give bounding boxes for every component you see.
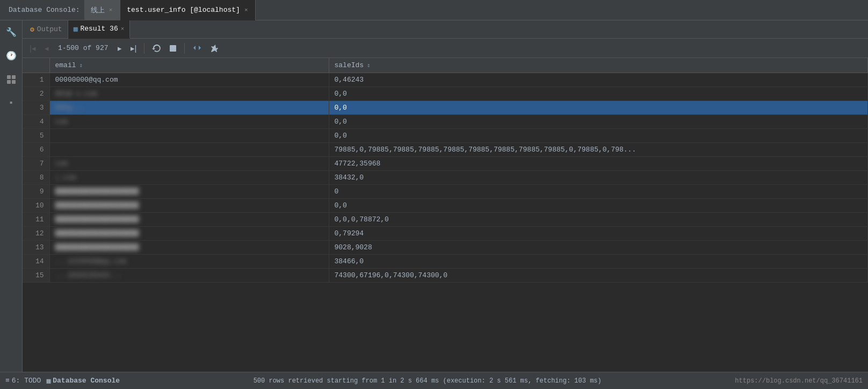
refresh-button[interactable] <box>149 42 163 54</box>
tab-xiangshang-label: 线上 <box>91 5 105 15</box>
status-url: https://blog.csdn.net/qq_36741161 <box>735 377 863 385</box>
result-table-icon: ▦ <box>74 25 78 33</box>
email-cell: ████████████████████ <box>49 213 329 227</box>
pagination-info: 1-500 of 927 <box>55 44 112 52</box>
db-console-label: Database Console <box>53 377 120 385</box>
saleids-cell: 0,0 <box>329 101 868 115</box>
email-cell: ████████████████████ <box>49 185 329 199</box>
output-icon: ⚙ <box>30 25 34 34</box>
db-console-button[interactable]: ▦ Database Console <box>46 377 120 385</box>
row-number: 2 <box>23 87 49 101</box>
row-number: 7 <box>23 157 49 171</box>
saleids-cell: 0,0 <box>329 199 868 213</box>
tab-user-info-label: test.user_info [@localhost] <box>127 6 240 14</box>
row-number: 11 <box>23 213 49 227</box>
table-area[interactable]: email ⇕ saleIds ⇕ 100000000@qq. <box>23 58 868 372</box>
tab-output[interactable]: ⚙ Output <box>25 20 68 39</box>
todo-button[interactable]: ≡ 6: TODO <box>5 377 41 385</box>
main-panel: ⚙ Output ▦ Result 36 × |◂ ◂ 1-500 of 927… <box>23 20 868 372</box>
saleids-cell: 9028,9028 <box>329 241 868 255</box>
table-row[interactable]: 13████████████████████9028,9028 <box>23 241 868 255</box>
layout-icon[interactable] <box>4 72 19 87</box>
email-cell: 001@ s.com <box>49 87 329 101</box>
email-cell: ...1234566@qq.com <box>49 255 329 269</box>
last-page-button[interactable]: ▸| <box>128 42 140 55</box>
tab-static-label: Database Console: <box>4 6 84 14</box>
clock-icon[interactable]: 🕐 <box>4 48 19 63</box>
todo-label: 6: TODO <box>12 377 41 385</box>
table-row[interactable]: 100000000@qq.com0,46243 <box>23 73 868 87</box>
compare-button[interactable] <box>190 42 205 54</box>
email-cell <box>49 143 329 157</box>
saleids-cell: 0,46243 <box>329 73 868 87</box>
prev-page-button[interactable]: ◂ <box>42 42 52 55</box>
table-row[interactable]: 2001@ s.com0,0 <box>23 87 868 101</box>
table-row[interactable]: 12████████████████████0,79294 <box>23 227 868 241</box>
email-column-header[interactable]: email ⇕ <box>49 58 329 73</box>
next-page-button[interactable]: ▸ <box>115 42 125 55</box>
row-number: 4 <box>23 115 49 129</box>
saleids-column-header[interactable]: saleIds ⇕ <box>329 58 868 73</box>
table-row[interactable]: 9████████████████████0 <box>23 185 868 199</box>
email-cell: |.com <box>49 171 329 185</box>
row-number: 8 <box>23 171 49 185</box>
table-row[interactable]: 15...1043235443...74300,67196,0,74300,74… <box>23 269 868 283</box>
first-page-button[interactable]: |◂ <box>27 42 39 55</box>
tab-xiangshang[interactable]: 线上 × <box>84 0 121 20</box>
pin-button[interactable] <box>208 42 221 54</box>
saleids-cell: 38466,0 <box>329 255 868 269</box>
tab-user-info-close[interactable]: × <box>243 6 249 15</box>
svg-rect-2 <box>7 80 11 84</box>
tab-result[interactable]: ▦ Result 36 × <box>68 20 131 39</box>
saleids-cell: 0,0,0,78872,0 <box>329 213 868 227</box>
list-icon: ≡ <box>5 377 10 385</box>
email-cell: 00000000@qq.com <box>49 73 329 87</box>
sub-tab-bar: ⚙ Output ▦ Result 36 × <box>23 20 868 39</box>
email-cell <box>49 129 329 143</box>
row-number: 9 <box>23 185 49 199</box>
saleids-cell: 0 <box>329 185 868 199</box>
db-icon: ▦ <box>46 377 50 385</box>
saleids-cell: 47722,35968 <box>329 157 868 171</box>
svg-rect-1 <box>12 75 16 79</box>
row-number: 3 <box>23 101 49 115</box>
tab-user-info[interactable]: test.user_info [@localhost] × <box>120 0 256 20</box>
toolbar: |◂ ◂ 1-500 of 927 ▸ ▸| <box>23 39 868 58</box>
content-area: 🔧 🕐 ▪ ⚙ Output ▦ Result 36 × <box>0 20 868 372</box>
row-number: 13 <box>23 241 49 255</box>
table-row[interactable]: 3000g...0,0 <box>23 101 868 115</box>
wrench-icon[interactable]: 🔧 <box>4 25 19 40</box>
saleids-cell: 79885,0,79885,79885,79885,79885,79885,79… <box>329 143 868 157</box>
table-row[interactable]: 7 com47722,35968 <box>23 157 868 171</box>
stop-button[interactable] <box>167 43 179 54</box>
saleids-cell: 0,79294 <box>329 227 868 241</box>
svg-rect-3 <box>12 80 16 84</box>
table-row[interactable]: 11████████████████████0,0,0,78872,0 <box>23 213 868 227</box>
table-row[interactable]: 10████████████████████0,0 <box>23 199 868 213</box>
tab-xiangshang-close[interactable]: × <box>108 6 114 15</box>
saleids-cell: 0,0 <box>329 129 868 143</box>
result-label: Result 36 <box>80 25 118 33</box>
tab-bar: Database Console: 线上 × test.user_info [@… <box>0 0 868 20</box>
svg-rect-4 <box>170 45 176 52</box>
email-cell: ████████████████████ <box>49 227 329 241</box>
email-sort-icon: ⇕ <box>79 62 83 69</box>
row-number: 10 <box>23 199 49 213</box>
email-cell: ████████████████████ <box>49 199 329 213</box>
email-cell: com <box>49 115 329 129</box>
saleids-cell: 0,0 <box>329 87 868 101</box>
table-row[interactable]: 5 0,0 <box>23 129 868 143</box>
table-row[interactable]: 4 com0,0 <box>23 115 868 129</box>
square-icon[interactable]: ▪ <box>4 96 19 111</box>
email-cell: 000g... <box>49 101 329 115</box>
status-left: ≡ 6: TODO ▦ Database Console <box>5 377 120 385</box>
saleids-sort-icon: ⇕ <box>367 62 371 69</box>
table-row[interactable]: 6 79885,0,79885,79885,79885,79885,79885,… <box>23 143 868 157</box>
result-close[interactable]: × <box>121 26 125 32</box>
email-cell: ...1043235443... <box>49 269 329 283</box>
svg-rect-0 <box>7 75 11 79</box>
table-row[interactable]: 14...1234566@qq.com38466,0 <box>23 255 868 269</box>
table-row[interactable]: 8 |.com38432,0 <box>23 171 868 185</box>
toolbar-sep-1 <box>144 43 144 54</box>
left-sidebar: 🔧 🕐 ▪ <box>0 20 23 372</box>
